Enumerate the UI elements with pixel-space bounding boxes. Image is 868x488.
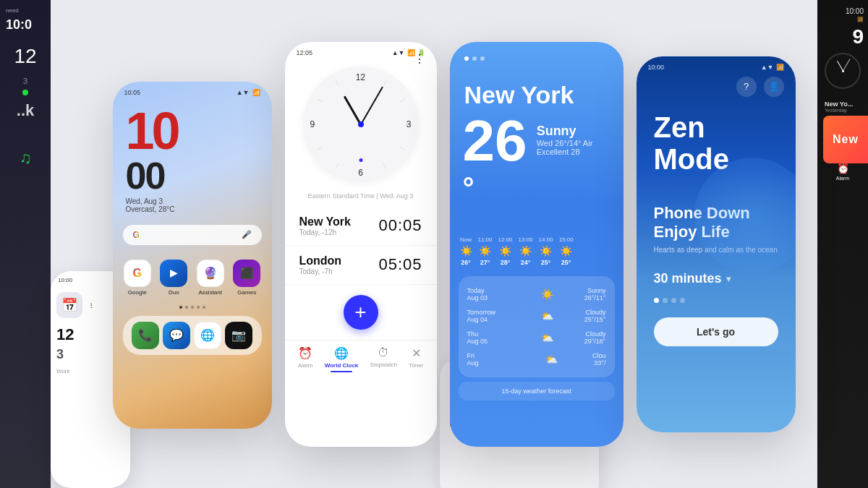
london-sub: Today, -7h	[299, 267, 342, 275]
app-assistant[interactable]: 🔮 Assistant	[196, 260, 226, 296]
hourly-11: 11:00 ☀️ 27°	[478, 236, 493, 266]
phone4-signal-icon: 📶	[776, 64, 784, 71]
phone2-analog-clock: 12 3 6 9	[303, 67, 419, 182]
phone-world-clock: 12:05 ▲▼ 📶 🔋 ⋮	[285, 42, 437, 447]
phone3-daily-forecast: TodayAug 03 ☀️ Sunny26°/11° TomorrowAug …	[459, 276, 615, 377]
page-dot-2	[185, 306, 188, 309]
side-right-hour-hand	[837, 61, 843, 71]
hour-temp-1: 27°	[480, 259, 490, 266]
phone4-action-icons: ? 👤	[637, 74, 796, 111]
phone4-time: 10:00	[648, 64, 665, 71]
phone-home-screen: 10:05 ▲▼ 📶 10 00 Wed, Aug 3 Overcast, 28…	[113, 82, 272, 429]
degree-symbol: °	[463, 172, 475, 204]
phone4-timer-selector[interactable]: 30 minutes ▾	[637, 271, 796, 298]
phone4-wifi-icon: ▲▼	[761, 64, 774, 71]
nav-worldclock[interactable]: 🌐 World Clock	[325, 346, 359, 372]
google-logo: G	[133, 230, 140, 240]
hour-icon-5: ☀️	[560, 245, 572, 257]
page-dot-4	[197, 306, 200, 309]
sr-alarm-label: Alarm	[836, 176, 849, 181]
timer-chevron-icon: ▾	[726, 274, 731, 284]
newyork-name: New York	[299, 215, 351, 228]
phone1-wifi-icon: ▲▼	[237, 89, 250, 96]
clock-face: 12 3 6 9	[303, 67, 419, 182]
games-app-icon: ⬛	[233, 260, 260, 287]
phone3-page-dots	[464, 56, 485, 61]
new-badge-text: New	[833, 133, 859, 146]
phone1-app-grid: G Google ▶ Duo 🔮 Assistant	[113, 254, 272, 301]
hour-icon-1: ☀️	[479, 245, 491, 257]
nav-stopwatch[interactable]: ⏱ Stopwatch	[370, 346, 397, 372]
phone3-condition-text: Sunny	[537, 124, 610, 139]
nav-timer[interactable]: ✕ Timer	[409, 346, 423, 372]
forecast-icon-1: ⛅	[541, 310, 553, 322]
dock-camera-icon[interactable]: 📷	[225, 322, 252, 349]
phone-weather: New York 26 ° Sunny Wed 26°/14° Air Exce…	[450, 42, 624, 447]
phone1-search-bar[interactable]: G 🎤	[123, 225, 262, 245]
dock-messages-icon[interactable]: 💬	[163, 322, 190, 349]
svg-line-5	[383, 163, 386, 168]
phone2-add-button[interactable]: +	[344, 295, 378, 330]
side-right-minute-hand	[843, 59, 850, 71]
newyork-time: 00:05	[378, 216, 422, 235]
hour-icon-3: ☀️	[519, 245, 532, 257]
hour-icon-2: ☀️	[499, 245, 511, 257]
phone3-forecast-link[interactable]: 15-day weather forecast	[459, 382, 615, 401]
svg-line-11	[336, 80, 339, 85]
zen-dot-3	[671, 298, 676, 303]
app-google[interactable]: G Google	[123, 260, 153, 296]
svg-line-10	[317, 99, 322, 102]
forecast-temp-1: Cloudy25°/15°	[584, 309, 606, 323]
spotify-icon: ♫	[6, 149, 45, 168]
svg-line-1	[383, 80, 386, 85]
phone1-signal-icon: 📶	[252, 89, 260, 96]
weather-dot-3	[480, 56, 485, 61]
phone4-start-button[interactable]: Let's go	[654, 317, 778, 346]
london-name: London	[299, 254, 342, 267]
forecast-temp-2: Cloudy29°/18°	[584, 330, 606, 345]
p5-time: 10:00	[58, 277, 72, 283]
phone3-temperature-row: 26 ° Sunny Wed 26°/14° Air Excellent 28	[450, 112, 624, 228]
clock-number-3: 3	[407, 119, 412, 129]
side-right-content: 10:00 📶 9 New Yo... Yesterday Londo... T…	[817, 0, 868, 192]
stopwatch-nav-label: Stopwatch	[370, 361, 397, 368]
clock-number-9: 9	[310, 119, 315, 129]
forecast-icon-2: ⛅	[541, 332, 553, 343]
hourly-14: 14:00 ☀️ 25°	[539, 236, 553, 266]
clock-number-12: 12	[356, 72, 365, 82]
dock-phone-icon[interactable]: 📞	[132, 322, 159, 349]
london-time: 05:05	[378, 255, 422, 274]
phone3-status	[450, 42, 624, 61]
forecast-temp-0: Sunny26°/11°	[584, 287, 606, 301]
weather-dot-2	[472, 56, 477, 61]
svg-line-4	[400, 147, 405, 150]
phone2-menu-icon[interactable]: ⋮	[414, 52, 425, 66]
phone1-minute: 00	[126, 157, 259, 194]
app-duo[interactable]: ▶ Duo	[159, 260, 189, 296]
alarm-nav-label: Alarm	[298, 362, 313, 369]
phones-container: 10:05 ▲▼ 📶 10 00 Wed, Aug 3 Overcast, 28…	[113, 42, 796, 447]
dock-chrome-icon[interactable]: 🌐	[194, 322, 221, 349]
hour-icon-4: ☀️	[540, 245, 552, 257]
city-row-newyork: New York Today, -12h 00:05	[285, 207, 437, 246]
forecast-icon-3: ⛅	[545, 354, 558, 365]
zen-dot-4	[680, 298, 685, 303]
phone3-date-details: Wed 26°/14° Air Excellent 28	[537, 139, 610, 156]
zen-dot-1	[654, 298, 659, 303]
p5-app-info: ⋮	[88, 292, 94, 318]
side-right-large-number: 9	[822, 22, 864, 47]
phone4-info-button[interactable]: ?	[736, 77, 757, 97]
phone4-timer-value: 30 minutes	[654, 271, 722, 286]
phone4-profile-button[interactable]: 👤	[764, 77, 784, 97]
hour-temp-2: 28°	[501, 259, 511, 266]
forecast-icon-0: ☀️	[541, 288, 553, 300]
page-dot-1	[179, 306, 182, 309]
page-dot-3	[191, 306, 194, 309]
phone1-status-bar: 10:05 ▲▼ 📶	[113, 82, 272, 99]
dot-green	[22, 90, 28, 95]
app-games[interactable]: ⬛ Games	[232, 260, 262, 296]
forecast-day-3: FriAug	[467, 352, 511, 367]
alarm-nav-icon: ⏰	[298, 346, 312, 360]
phone2-time: 12:05	[297, 49, 313, 56]
nav-alarm[interactable]: ⏰ Alarm	[298, 346, 313, 372]
